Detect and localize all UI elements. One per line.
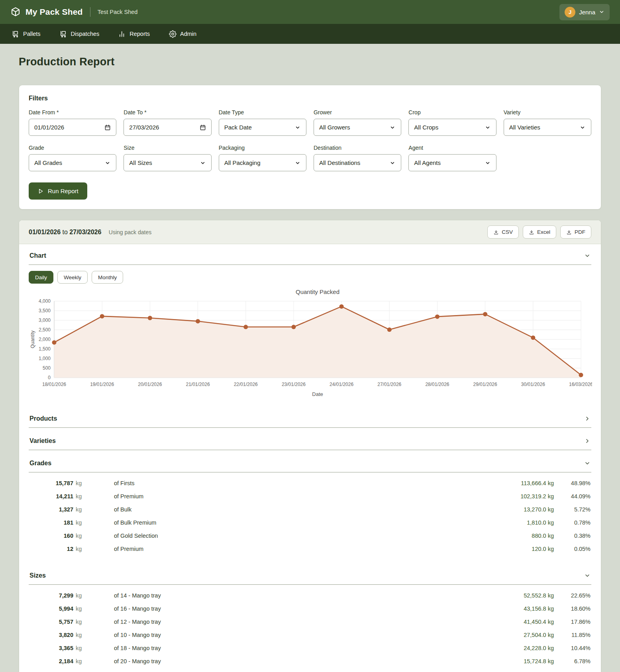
package-cube-icon — [10, 7, 21, 17]
sizes-section-header[interactable]: Sizes — [29, 562, 591, 585]
svg-text:500: 500 — [43, 365, 51, 371]
filter-label-date-from: Date From * — [29, 109, 116, 116]
filter-field-crop: Crop All Crops — [408, 109, 496, 136]
toggle-daily[interactable]: Daily — [29, 271, 53, 284]
filter-field-size: Size All Sizes — [124, 145, 211, 171]
export-csv-button[interactable]: CSV — [487, 225, 519, 239]
dropdown-arrow-icon — [294, 160, 301, 166]
chart-section: Chart DailyWeeklyMonthly 05001,0001,5002… — [29, 244, 591, 406]
export-excel-button[interactable]: Excel — [523, 225, 556, 239]
filters-panel: Filters Date From * 01/01/2026 Date To *… — [19, 85, 601, 210]
crop-select[interactable]: All Crops — [408, 119, 496, 136]
svg-text:18/01/2026: 18/01/2026 — [42, 382, 66, 387]
pallet-icon — [12, 30, 20, 38]
svg-text:23/01/2026: 23/01/2026 — [282, 382, 306, 387]
tenant-name: Test Pack Shed — [98, 9, 138, 15]
filter-field-date-type: Date Type Pack Date — [219, 109, 306, 136]
grades-section-header[interactable]: Grades — [29, 450, 591, 472]
filter-label-size: Size — [124, 145, 211, 151]
main-nav: Pallets Dispatches Reports Admin — [0, 24, 620, 44]
svg-text:Quantity: Quantity — [30, 331, 35, 349]
report-header: 01/01/2026 to 27/03/2026 Using pack date… — [19, 220, 601, 244]
sizes-row: 5,994 kg of 16 - Mango tray 43,156.8 kg … — [29, 602, 591, 615]
sizes-row: 7,299 kg of 14 - Mango tray 52,552.8 kg … — [29, 589, 591, 602]
svg-text:29/01/2026: 29/01/2026 — [473, 382, 497, 387]
size-select[interactable]: All Sizes — [124, 154, 211, 171]
agent-select[interactable]: All Agents — [408, 154, 496, 171]
filter-label-date-type: Date Type — [219, 109, 306, 116]
sizes-row: 3,365 kg of 18 - Mango tray 24,228.0 kg … — [29, 641, 591, 654]
filter-label-packaging: Packaging — [219, 145, 306, 151]
svg-text:Quantity Packed: Quantity Packed — [296, 288, 339, 295]
svg-text:4,000: 4,000 — [39, 298, 51, 304]
dropdown-arrow-icon — [200, 160, 206, 166]
calendar-icon — [104, 124, 111, 131]
run-report-button[interactable]: Run Report — [29, 182, 87, 200]
svg-text:27/01/2026: 27/01/2026 — [377, 382, 401, 387]
report-date-range: 01/01/2026 to 27/03/2026 Using pack date… — [29, 229, 151, 236]
date-from-input[interactable]: 01/01/2026 — [29, 119, 116, 136]
page-title: Production Report — [19, 56, 601, 68]
grades-row: 14,211 kg of Premium 102,319.2 kg 44.09% — [29, 490, 591, 503]
products-section-header[interactable]: Products — [29, 406, 591, 428]
filter-field-date-from: Date From * 01/01/2026 — [29, 109, 116, 136]
svg-text:2,500: 2,500 — [39, 327, 51, 333]
svg-text:2,000: 2,000 — [39, 337, 51, 342]
filter-label-variety: Variety — [504, 109, 591, 116]
brand-name: My Pack Shed — [26, 7, 83, 17]
date-to-input[interactable]: 27/03/2026 — [124, 119, 211, 136]
toggle-monthly[interactable]: Monthly — [92, 271, 123, 284]
variety-select[interactable]: All Varieties — [504, 119, 591, 136]
nav-item-dispatches[interactable]: Dispatches — [60, 30, 100, 38]
report-body: Chart DailyWeeklyMonthly 05001,0001,5002… — [19, 244, 601, 672]
svg-text:Date: Date — [312, 391, 323, 397]
export-pdf-button[interactable]: PDF — [560, 225, 591, 239]
varieties-section: Varieties — [29, 428, 591, 450]
nav-item-reports[interactable]: Reports — [118, 30, 150, 38]
brand: My Pack Shed Test Pack Shed — [10, 7, 137, 17]
date-type-select[interactable]: Pack Date — [219, 119, 306, 136]
filter-field-grade: Grade All Grades — [29, 145, 116, 171]
filter-label-crop: Crop — [408, 109, 496, 116]
filter-label-agent: Agent — [408, 145, 496, 151]
grades-row: 15,787 kg of Firsts 113,666.4 kg 48.98% — [29, 476, 591, 490]
user-menu[interactable]: J Jenna — [559, 4, 610, 20]
nav-item-admin[interactable]: Admin — [169, 30, 196, 38]
svg-text:3,000: 3,000 — [39, 317, 51, 323]
filter-field-variety: Variety All Varieties — [504, 109, 591, 136]
filter-label-destination: Destination — [314, 145, 401, 151]
report-date-note: Using pack dates — [109, 229, 151, 235]
calendar-icon — [200, 124, 206, 131]
svg-text:1,000: 1,000 — [39, 356, 51, 361]
dropdown-arrow-icon — [389, 124, 396, 131]
bar-chart-icon — [118, 30, 126, 38]
sizes-section: Sizes 7,299 kg of 14 - Mango tray 52,552… — [29, 562, 591, 672]
svg-text:24/01/2026: 24/01/2026 — [330, 382, 353, 387]
grower-select[interactable]: All Growers — [314, 119, 401, 136]
grades-rows: 15,787 kg of Firsts 113,666.4 kg 48.98% … — [29, 472, 591, 562]
grades-row: 12 kg of Premium 120.0 kg 0.05% — [29, 542, 591, 555]
toggle-weekly[interactable]: Weekly — [57, 271, 88, 284]
varieties-section-header[interactable]: Varieties — [29, 428, 591, 450]
brand-divider — [90, 7, 90, 17]
play-icon — [37, 188, 44, 194]
sizes-row: 3,820 kg of 10 - Mango tray 27,504.0 kg … — [29, 628, 591, 641]
nav-item-pallets[interactable]: Pallets — [12, 30, 41, 38]
download-icon — [566, 229, 572, 235]
filter-label-grade: Grade — [29, 145, 116, 151]
grades-section: Grades 15,787 kg of Firsts 113,666.4 kg … — [29, 450, 591, 562]
chart-interval-toggles: DailyWeeklyMonthly — [29, 271, 591, 284]
chevron-down-icon — [599, 9, 604, 15]
destination-select[interactable]: All Destinations — [314, 154, 401, 171]
packaging-select[interactable]: All Packaging — [219, 154, 306, 171]
dropdown-arrow-icon — [389, 160, 396, 166]
export-buttons: CSV Excel PDF — [487, 225, 591, 239]
filter-field-date-to: Date To * 27/03/2026 — [124, 109, 211, 136]
download-icon — [529, 229, 534, 235]
sizes-row: 2,184 kg of 20 - Mango tray 15,724.8 kg … — [29, 654, 591, 668]
grade-select[interactable]: All Grades — [29, 154, 116, 171]
chart-section-header[interactable]: Chart — [29, 244, 591, 265]
report-panel: 01/01/2026 to 27/03/2026 Using pack date… — [19, 220, 601, 672]
dispatch-trolley-icon — [60, 30, 67, 38]
svg-text:16/03/2026: 16/03/2026 — [569, 382, 592, 387]
